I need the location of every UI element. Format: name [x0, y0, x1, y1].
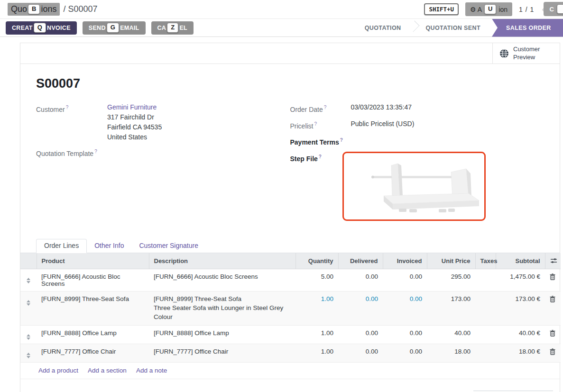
add-a-product-link[interactable]: Add a product	[38, 367, 78, 374]
customer-address-line: 317 Fairchild Dr	[107, 112, 162, 122]
cell-taxes[interactable]	[475, 344, 496, 362]
help-icon: ?	[94, 149, 97, 154]
order-date-value[interactable]: 03/03/2023 13:35:47	[351, 102, 412, 115]
help-icon: ?	[66, 105, 69, 110]
create-invoice-button[interactable]: CREATQNVOICE	[6, 21, 77, 35]
cell-quantity[interactable]: 1.00	[295, 344, 338, 362]
step-file-image[interactable]	[342, 152, 486, 221]
delete-row-button[interactable]	[545, 344, 561, 362]
breadcrumb-section-post: ions	[41, 4, 56, 14]
help-icon: ?	[314, 121, 317, 127]
field-payment-terms: Payment Terms?	[290, 135, 545, 147]
status-step-sales-order[interactable]: SALES ORDER	[492, 19, 563, 37]
tab-customer-signature[interactable]: Customer Signature	[131, 239, 206, 253]
customer-preview-button[interactable]: Customer Preview	[492, 43, 560, 64]
help-icon: ?	[340, 137, 343, 143]
sheet-footer: Terms and conditions... Total: 1,706.00 …	[20, 379, 560, 392]
payment-terms-label: Payment Terms?	[290, 135, 351, 147]
cell-unit-price[interactable]: 295.00	[427, 269, 475, 291]
cell-invoiced[interactable]: 0.00	[383, 269, 427, 291]
delete-row-button[interactable]	[545, 291, 561, 325]
status-step-quotation-sent[interactable]: QUOTATION SENT	[416, 19, 490, 37]
column-header-quantity[interactable]: Quantity	[295, 253, 338, 269]
cancel-button[interactable]: CAZEL	[151, 21, 194, 35]
column-header-unit-price[interactable]: Unit Price	[427, 253, 475, 269]
drag-handle-icon[interactable]	[27, 278, 30, 283]
status-separator-icon	[410, 19, 416, 37]
column-header-taxes[interactable]: Taxes	[475, 253, 496, 269]
keyboard-hint-badge: U	[484, 4, 496, 14]
tab-order-lines[interactable]: Order Lines	[36, 239, 87, 253]
table-row[interactable]: [FURN_8999] Three-Seat Sofa [FURN_8999] …	[20, 291, 561, 325]
cell-unit-price[interactable]: 18.00	[427, 344, 475, 362]
cell-unit-price[interactable]: 40.00	[427, 325, 475, 344]
cell-invoiced[interactable]: 0.00	[383, 325, 427, 344]
help-icon: ?	[319, 154, 322, 159]
drag-handle-icon[interactable]	[27, 300, 30, 306]
cell-unit-price[interactable]: 173.00	[427, 291, 475, 325]
field-order-date: Order Date? 03/03/2023 13:35:47	[290, 102, 545, 115]
cell-description[interactable]: [FURN_8999] Three-Seat Sofa Three Seater…	[149, 291, 295, 325]
cell-description[interactable]: [FURN_6666] Acoustic Bloc Screens	[149, 269, 295, 291]
cell-invoiced[interactable]: 0.00	[383, 291, 427, 325]
column-header-subtotal[interactable]: Subtotal	[496, 253, 545, 269]
table-row[interactable]: [FURN_6666] Acoustic Bloc Screens [FURN_…	[20, 269, 561, 291]
cell-quantity[interactable]: 1.00	[295, 291, 338, 325]
table-row[interactable]: [FURN_7777] Office Chair [FURN_7777] Off…	[20, 344, 561, 362]
cell-delivered[interactable]: 0.00	[338, 344, 383, 362]
add-a-note-link[interactable]: Add a note	[136, 367, 167, 374]
action-menu-button[interactable]: ⚙AUion	[465, 2, 512, 16]
cell-taxes[interactable]	[475, 269, 496, 291]
cell-subtotal: 18.00 €	[496, 344, 545, 362]
send-email-button[interactable]: SENDGEMAIL	[83, 21, 146, 35]
cell-quantity[interactable]: 1.00	[295, 325, 338, 344]
cell-product[interactable]: [FURN_6666] Acoustic Bloc Screens	[37, 269, 149, 291]
button-label: EMAIL	[120, 25, 139, 31]
breadcrumb: QuoBions / S00007	[8, 3, 98, 16]
column-header-product[interactable]: Product	[37, 253, 149, 269]
tab-other-info[interactable]: Other Info	[87, 239, 131, 253]
trash-icon	[550, 348, 555, 355]
cell-quantity[interactable]: 5.00	[295, 269, 338, 291]
pricelist-value[interactable]: Public Pricelist (USD)	[351, 119, 415, 131]
cell-delivered[interactable]: 0.00	[338, 325, 383, 344]
column-header-invoiced[interactable]: Invoiced	[383, 253, 427, 269]
pricelist-label: Pricelist?	[290, 119, 351, 131]
customer-link[interactable]: Gemini Furniture	[107, 103, 157, 111]
quotation-template-label: Quotation Template?	[36, 146, 107, 159]
clipped-button-label: C	[549, 6, 554, 13]
customer-address-line: Fairfield CA 94535	[107, 122, 162, 132]
order-lines-table: Product Description Quantity Delivered I…	[20, 253, 561, 379]
cell-description[interactable]: [FURN_7777] Office Chair	[149, 344, 295, 362]
cell-delivered[interactable]: 0.00	[338, 291, 383, 325]
breadcrumb-current: / S00007	[63, 4, 97, 14]
column-header-delivered[interactable]: Delivered	[338, 253, 383, 269]
trash-icon	[550, 296, 555, 302]
cell-taxes[interactable]	[475, 291, 496, 325]
optional-columns-button[interactable]	[545, 253, 561, 269]
form-sheet: Customer Preview S00007 Customer? Gemini…	[20, 43, 560, 392]
status-bar: QUOTATION QUOTATION SENT SALES ORDER	[355, 19, 563, 37]
breadcrumb-quotations-link[interactable]: QuoBions	[8, 3, 60, 16]
cell-description[interactable]: [FURN_8888] Office Lamp	[149, 325, 295, 344]
button-label: NVOICE	[47, 25, 71, 31]
table-row[interactable]: [FURN_8888] Office Lamp [FURN_8888] Offi…	[20, 325, 561, 344]
clipped-right-button[interactable]: C	[544, 2, 563, 16]
cell-product[interactable]: [FURN_7777] Office Chair	[37, 344, 149, 362]
status-step-quotation[interactable]: QUOTATION	[355, 19, 411, 37]
delete-row-button[interactable]	[545, 269, 561, 291]
drag-handle-icon[interactable]	[27, 353, 30, 358]
add-a-section-link[interactable]: Add a section	[88, 367, 127, 374]
notebook-tabs: Order Lines Other Info Customer Signatur…	[20, 238, 560, 253]
cell-product[interactable]: [FURN_8888] Office Lamp	[37, 325, 149, 344]
keyboard-hint-badge: G	[107, 23, 119, 33]
cell-delivered[interactable]: 0.00	[338, 269, 383, 291]
cell-product[interactable]: [FURN_8999] Three-Seat Sofa	[37, 291, 149, 325]
cell-taxes[interactable]	[475, 325, 496, 344]
drag-handle-icon[interactable]	[27, 334, 30, 340]
field-pricelist: Pricelist? Public Pricelist (USD)	[290, 119, 545, 131]
column-header-description[interactable]: Description	[149, 253, 295, 269]
field-column-left: Customer? Gemini Furniture 317 Fairchild…	[36, 102, 290, 225]
cell-invoiced[interactable]: 0.00	[383, 344, 427, 362]
delete-row-button[interactable]	[545, 325, 561, 344]
